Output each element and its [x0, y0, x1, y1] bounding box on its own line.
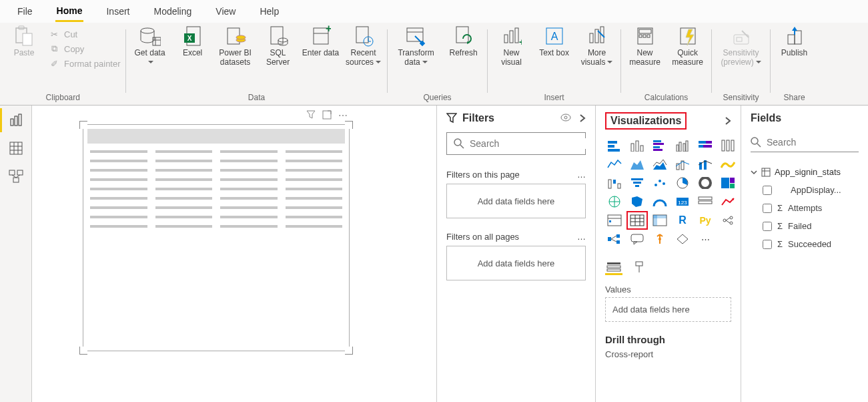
- filters-search[interactable]: [446, 132, 586, 155]
- viz-stacked-area[interactable]: [650, 156, 669, 172]
- format-painter-button[interactable]: ✐Format painter: [48, 57, 121, 69]
- tab-help[interactable]: Help: [258, 2, 280, 21]
- recent-sources-button[interactable]: Recent sources: [345, 25, 382, 67]
- viz-funnel[interactable]: [628, 175, 646, 191]
- viz-r[interactable]: R: [673, 212, 692, 228]
- table-visual[interactable]: ⋯: [83, 124, 350, 351]
- viz-map[interactable]: [605, 194, 624, 210]
- quick-measure-button[interactable]: Quick measure: [669, 25, 707, 67]
- viz-key-influencers[interactable]: [719, 212, 737, 228]
- viz-more[interactable]: ⋯: [696, 231, 715, 247]
- copy-button[interactable]: ⧉Copy: [48, 43, 121, 55]
- viz-python[interactable]: Py: [696, 212, 715, 228]
- viz-scatter[interactable]: [650, 175, 669, 191]
- resize-handle[interactable]: [79, 347, 87, 355]
- collapse-icon[interactable]: [725, 116, 731, 126]
- field-item[interactable]: ΣAttempts: [763, 203, 859, 213]
- viz-decomposition[interactable]: [605, 231, 624, 247]
- get-data-button[interactable]: Get data: [131, 25, 169, 67]
- resize-handle[interactable]: [79, 121, 87, 129]
- viz-pie[interactable]: [673, 175, 692, 191]
- filter-icon[interactable]: [306, 110, 316, 121]
- field-checkbox[interactable]: [763, 240, 772, 249]
- cut-button[interactable]: ✂Cut: [48, 28, 121, 40]
- format-tab[interactable]: [632, 259, 649, 275]
- tab-modeling[interactable]: Modeling: [152, 2, 193, 21]
- viz-matrix[interactable]: [650, 212, 669, 228]
- model-view-button[interactable]: [8, 168, 24, 184]
- resize-handle[interactable]: [345, 121, 353, 129]
- viz-qa[interactable]: [628, 231, 646, 247]
- fields-search-input[interactable]: [767, 137, 868, 148]
- enter-data-button[interactable]: + Enter data: [302, 25, 340, 57]
- collapse-icon[interactable]: [579, 114, 586, 123]
- viz-donut[interactable]: [696, 175, 715, 191]
- viz-treemap[interactable]: [719, 175, 737, 191]
- field-checkbox[interactable]: [763, 186, 772, 195]
- viz-multi-card[interactable]: [696, 194, 715, 210]
- viz-clustered-bar[interactable]: [650, 138, 669, 154]
- data-view-button[interactable]: [8, 140, 24, 156]
- text-box-button[interactable]: A Text box: [536, 25, 573, 57]
- more-icon[interactable]: …: [577, 170, 586, 180]
- viz-table[interactable]: [628, 212, 646, 228]
- format-painter-icon: ✐: [48, 57, 60, 69]
- field-checkbox[interactable]: [763, 222, 772, 231]
- tab-home[interactable]: Home: [55, 1, 84, 22]
- field-table[interactable]: App_signin_stats: [751, 167, 859, 177]
- fields-tab[interactable]: [605, 259, 622, 275]
- more-icon[interactable]: …: [577, 232, 586, 242]
- report-canvas[interactable]: ⋯: [32, 106, 437, 402]
- viz-line[interactable]: [605, 156, 624, 172]
- viz-waterfall[interactable]: [605, 175, 624, 191]
- viz-stacked-column[interactable]: [628, 138, 646, 154]
- field-checkbox[interactable]: [763, 204, 772, 213]
- sensitivity-button[interactable]: Sensitivity (preview): [717, 25, 765, 67]
- viz-clustered-column[interactable]: [673, 138, 692, 154]
- publish-button[interactable]: Publish: [776, 25, 813, 57]
- viz-filled-map[interactable]: [628, 194, 646, 210]
- show-hide-icon[interactable]: [560, 114, 571, 123]
- more-visuals-button[interactable]: More visuals: [578, 25, 616, 67]
- focus-mode-icon[interactable]: [322, 110, 332, 121]
- filters-search-input[interactable]: [470, 138, 586, 149]
- viz-kpi[interactable]: [719, 194, 737, 210]
- filters-page-dropzone[interactable]: Add data fields here: [446, 184, 586, 218]
- viz-line-clustered[interactable]: [673, 156, 692, 172]
- field-item[interactable]: ΣFailed: [763, 221, 859, 231]
- fields-search[interactable]: [751, 132, 859, 152]
- viz-100-stacked-bar[interactable]: [696, 138, 715, 154]
- refresh-button[interactable]: Refresh: [445, 25, 482, 57]
- filters-all-label: Filters on all pages: [446, 232, 519, 242]
- viz-100-stacked-column[interactable]: [719, 138, 737, 154]
- field-item[interactable]: ΣSucceeded: [763, 239, 859, 249]
- new-visual-button[interactable]: + New visual: [493, 25, 530, 67]
- tab-insert[interactable]: Insert: [105, 2, 131, 21]
- viz-card[interactable]: 123: [673, 194, 692, 210]
- viz-paginated[interactable]: [650, 231, 669, 247]
- paste-button[interactable]: Paste: [5, 25, 43, 57]
- sql-server-button[interactable]: SQL Server: [260, 25, 297, 67]
- new-measure-button[interactable]: New measure: [626, 25, 664, 67]
- viz-ribbon[interactable]: [719, 156, 737, 172]
- viz-line-stacked[interactable]: [696, 156, 715, 172]
- excel-button[interactable]: X Excel: [174, 25, 211, 57]
- tab-view[interactable]: View: [214, 2, 237, 21]
- viz-subtabs: [605, 259, 731, 275]
- resize-handle[interactable]: [345, 347, 353, 355]
- pbi-datasets-button[interactable]: Power BI datasets: [217, 25, 254, 67]
- field-item[interactable]: AppDisplay...: [763, 185, 859, 195]
- filters-all-dropzone[interactable]: Add data fields here: [446, 246, 586, 280]
- viz-stacked-bar[interactable]: [605, 138, 624, 154]
- viz-arcgis[interactable]: [673, 231, 692, 247]
- values-dropzone[interactable]: Add data fields here: [605, 297, 731, 322]
- viz-area[interactable]: [628, 156, 646, 172]
- viz-slicer[interactable]: [605, 212, 624, 228]
- svg-rect-49: [795, 31, 801, 44]
- more-options-icon[interactable]: ⋯: [338, 110, 348, 121]
- tab-file[interactable]: File: [16, 2, 34, 21]
- svg-rect-29: [510, 31, 513, 43]
- report-view-button[interactable]: [8, 112, 24, 128]
- transform-data-button[interactable]: Transform data: [393, 25, 440, 67]
- viz-gauge[interactable]: [650, 194, 669, 210]
